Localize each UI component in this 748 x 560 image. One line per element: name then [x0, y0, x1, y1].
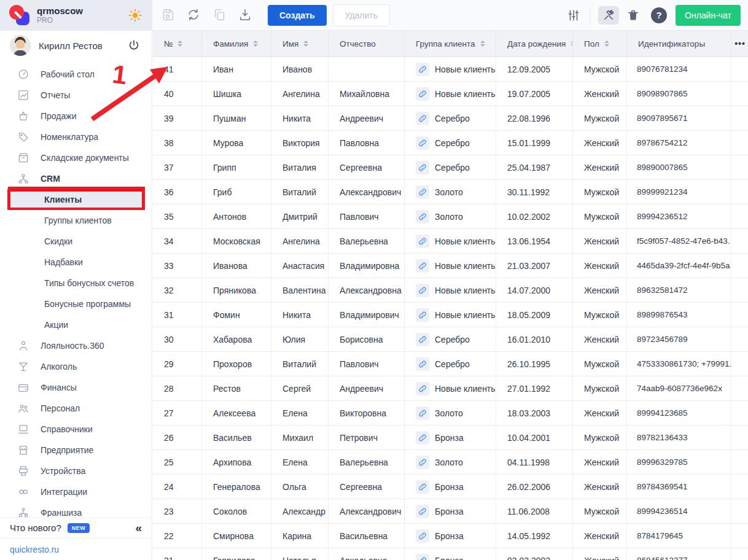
cell-client-group: Бронза — [405, 426, 496, 449]
column-header-client-group[interactable]: Группа клиента — [405, 31, 496, 56]
sidebar-item-alcohol[interactable]: Алкоголь — [0, 356, 152, 377]
group-link-icon[interactable] — [416, 185, 429, 199]
group-link-icon[interactable] — [416, 456, 429, 469]
group-link-icon[interactable] — [416, 259, 429, 273]
refresh-icon[interactable] — [187, 8, 201, 23]
column-header-birthdate[interactable]: Дата рождения — [496, 31, 573, 56]
sidebar-item-bonus-programs[interactable]: Бонусные программы — [0, 294, 152, 314]
cell-actions — [731, 180, 748, 204]
group-link-icon[interactable] — [416, 210, 429, 224]
column-header-columns-menu[interactable]: ••• — [731, 31, 748, 56]
table-row[interactable]: 30 Хабарова Юлия Борисовна Серебро 16.01… — [153, 327, 748, 352]
help-icon[interactable]: ? — [651, 7, 667, 23]
group-link-icon[interactable] — [416, 406, 429, 420]
sidebar-item-devices[interactable]: Устройства — [0, 461, 152, 481]
tools-button[interactable] — [598, 6, 619, 25]
group-link-icon[interactable] — [416, 505, 429, 518]
sidebar-item-finance[interactable]: Финансы — [0, 377, 152, 398]
cell-gender: Мужской — [573, 426, 627, 449]
sidebar-item-directories[interactable]: Справочники — [0, 419, 152, 440]
sidebar-item-dashboard[interactable]: Рабочий стол — [0, 64, 152, 85]
sidebar-item-clients[interactable]: Клиенты — [7, 189, 144, 210]
table-row[interactable]: 26 Васильев Михаил Петрович Бронза 10.04… — [153, 426, 748, 450]
cell-middlename: Андреевич — [329, 376, 405, 400]
group-link-icon[interactable] — [416, 112, 429, 125]
table-row[interactable]: 39 Пушман Никита Андреевич Серебро 22.08… — [153, 106, 748, 131]
sidebar-item-promotions[interactable]: Акции — [0, 314, 152, 335]
group-link-icon[interactable] — [416, 529, 429, 543]
group-link-icon[interactable] — [416, 161, 429, 174]
delete-button[interactable]: Удалить — [333, 4, 390, 26]
group-link-icon[interactable] — [416, 333, 429, 346]
cell-gender: Мужской — [573, 303, 627, 327]
avatar[interactable] — [10, 35, 31, 56]
table-row[interactable]: 22 Смирнова Карина Васильевна Бронза 14.… — [153, 524, 748, 548]
column-header-gender[interactable]: Пол — [573, 31, 627, 56]
column-header-num[interactable]: № — [153, 31, 202, 56]
column-header-identifiers[interactable]: Идентификаторы — [627, 31, 731, 56]
group-link-icon[interactable] — [416, 554, 429, 560]
cell-identifiers: 86845612377 — [627, 548, 731, 560]
logout-power-icon[interactable] — [127, 39, 141, 52]
online-chat-button[interactable]: Онлайн-чат — [676, 5, 741, 26]
table-row[interactable]: 41 Иван Иванов Новые клиенты 12.09.2005 … — [153, 57, 748, 82]
group-link-icon[interactable] — [416, 382, 429, 395]
group-link-icon[interactable] — [416, 136, 429, 150]
cell-lastname: Иван — [202, 57, 271, 81]
sidebar-item-nomenclature[interactable]: Номенклатура — [0, 126, 152, 147]
sidebar-item-sales[interactable]: Продажи — [0, 106, 152, 126]
group-link-icon[interactable] — [416, 357, 429, 371]
table-row[interactable]: 31 Фомин Никита Владимирович Новые клиен… — [153, 303, 748, 327]
sidebar-item-markups[interactable]: Надбавки — [0, 252, 152, 273]
table-row[interactable]: 38 Мурова Виктория Павловна Серебро 15.0… — [153, 131, 748, 155]
quickresto-link[interactable]: quickresto.ru — [10, 545, 59, 554]
group-link-icon[interactable] — [416, 284, 429, 297]
group-link-icon[interactable] — [416, 431, 429, 445]
group-link-icon[interactable] — [416, 87, 429, 101]
whats-new-link[interactable]: Что нового? — [10, 523, 61, 533]
table-row[interactable]: 33 Иванова Анастасия Владимировна Новые … — [153, 254, 748, 278]
table-row[interactable]: 24 Генералова Ольга Сергеевна Бронза 26.… — [153, 475, 748, 499]
save-icon[interactable] — [161, 8, 176, 23]
sidebar-item-enterprise[interactable]: Предприятие — [0, 440, 152, 461]
column-header-firstname[interactable]: Имя — [271, 31, 329, 56]
table-row[interactable]: 35 Антонов Дмитрий Павлович Золото 10.02… — [153, 204, 748, 229]
sidebar-item-warehouse-docs[interactable]: Складские документы — [0, 147, 152, 168]
cell-gender: Женский — [573, 155, 627, 179]
group-link-icon[interactable] — [416, 480, 429, 494]
collapse-sidebar-icon[interactable]: « — [135, 522, 142, 534]
table-row[interactable]: 23 Соколов Александр Александрович Бронз… — [153, 499, 748, 524]
table-row[interactable]: 27 Алексеева Елена Викторовна Золото 18.… — [153, 401, 748, 426]
trash-icon[interactable] — [625, 7, 641, 23]
group-link-icon[interactable] — [416, 235, 429, 248]
filter-sliders-icon[interactable] — [566, 7, 582, 23]
column-header-middlename[interactable]: Отчество — [329, 31, 405, 56]
copy-icon[interactable] — [212, 8, 227, 23]
cell-client-group: Бронза — [405, 475, 496, 499]
sidebar-item-client-groups[interactable]: Группы клиентов — [0, 210, 152, 231]
column-header-lastname[interactable]: Фамилия — [202, 31, 271, 56]
sidebar-item-crm[interactable]: CRM — [0, 168, 152, 189]
cell-client-group: Бронза — [405, 548, 496, 560]
table-row[interactable]: 32 Пряникова Валентина Александровна Нов… — [153, 278, 748, 303]
sidebar-item-loyalty360[interactable]: Лояльность.360 — [0, 335, 152, 356]
table-row[interactable]: 28 Рестов Сергей Андреевич Новые клиенты… — [153, 376, 748, 401]
sidebar-item-integrations[interactable]: Интеграции — [0, 481, 152, 502]
theme-sun-icon[interactable] — [128, 8, 142, 23]
group-link-icon[interactable] — [416, 308, 429, 322]
group-link-icon[interactable] — [416, 63, 429, 76]
table-row[interactable]: 25 Архипова Елена Валерьевна Золото 04.1… — [153, 450, 748, 475]
sidebar-item-bonus-account-types[interactable]: Типы бонусных счетов — [0, 273, 152, 294]
table-row[interactable]: 40 Шишка Ангелина Михайловна Новые клиен… — [153, 82, 748, 106]
table-row[interactable]: 21 Гаврилова Наталья Аркадьевна Бронза 0… — [153, 548, 748, 560]
table-row[interactable]: 37 Грипп Виталия Сергеевна Серебро 25.04… — [153, 155, 748, 180]
cell-identifiers: 8784179645 — [627, 524, 731, 548]
table-row[interactable]: 36 Гриб Виталий Александрович Золото 30.… — [153, 180, 748, 204]
create-button[interactable]: Создать — [268, 5, 327, 26]
table-row[interactable]: 29 Прохоров Виталий Павлович Серебро 26.… — [153, 352, 748, 376]
sidebar-item-staff[interactable]: Персонал — [0, 398, 152, 419]
table-row[interactable]: 34 Московская Ангелина Валерьевна Новые … — [153, 229, 748, 254]
download-icon[interactable] — [238, 8, 253, 23]
sidebar-item-reports[interactable]: Отчеты — [0, 85, 152, 106]
sidebar-item-discounts[interactable]: Скидки — [0, 231, 152, 252]
